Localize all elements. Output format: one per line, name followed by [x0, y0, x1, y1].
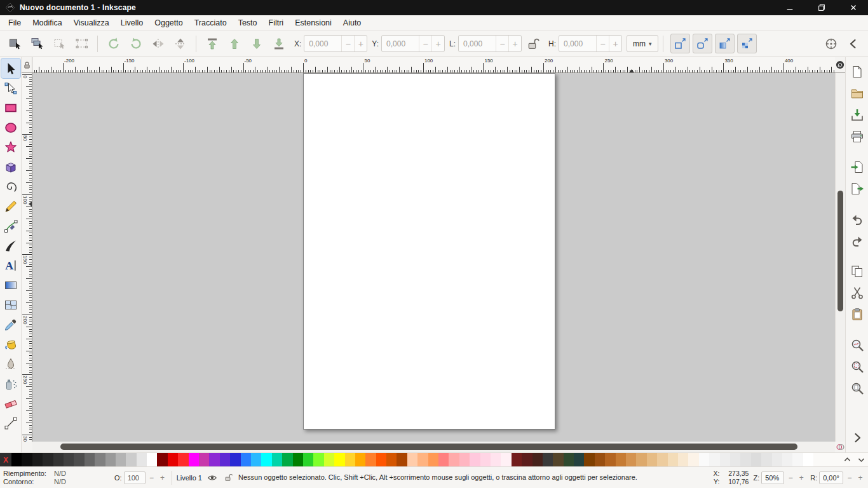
- palette-swatch[interactable]: [605, 453, 615, 466]
- palette-swatch[interactable]: [365, 453, 376, 466]
- y-field-value[interactable]: 0,000: [382, 36, 419, 51]
- palette-swatch[interactable]: [303, 453, 313, 466]
- commands-overflow-button[interactable]: [848, 429, 866, 447]
- rotate-cw-button[interactable]: [125, 34, 147, 54]
- folder-open-button[interactable]: [848, 85, 866, 102]
- flip-horizontal-button[interactable]: [147, 34, 169, 54]
- document-save-button[interactable]: [848, 106, 866, 124]
- palette-swatch[interactable]: [772, 453, 782, 466]
- palette-swatch[interactable]: [407, 453, 417, 466]
- palette-swatch[interactable]: [53, 453, 64, 466]
- palette-swatch[interactable]: [616, 453, 626, 466]
- palette-swatch[interactable]: [438, 453, 449, 466]
- y-increment-icon[interactable]: +: [431, 36, 444, 51]
- tool-ellipse[interactable]: [1, 118, 20, 137]
- palette-swatch[interactable]: [272, 453, 282, 466]
- close-button[interactable]: [848, 2, 859, 13]
- cut-button[interactable]: [848, 284, 866, 302]
- tool-star[interactable]: [1, 137, 20, 157]
- palette-swatch[interactable]: [512, 453, 522, 466]
- palette-swatch[interactable]: [116, 453, 126, 466]
- rotation-lock-button[interactable]: [835, 57, 845, 73]
- palette-swatch[interactable]: [522, 453, 532, 466]
- palette-swatch[interactable]: [157, 453, 167, 466]
- tool-bezier-pen[interactable]: [1, 216, 20, 236]
- palette-swatch[interactable]: [85, 453, 95, 466]
- snap-toggle[interactable]: [820, 34, 842, 54]
- document-print-button[interactable]: [848, 128, 866, 146]
- palette-swatch[interactable]: [74, 453, 84, 466]
- color-management-toggle[interactable]: [835, 442, 845, 452]
- palette-swatch[interactable]: [147, 453, 157, 466]
- palette-no-color[interactable]: X: [0, 453, 11, 466]
- paste-button[interactable]: [848, 306, 866, 323]
- palette-swatch[interactable]: [761, 453, 771, 466]
- lower-button[interactable]: [245, 34, 268, 54]
- palette-swatch[interactable]: [137, 453, 147, 466]
- deselect-button[interactable]: [48, 34, 71, 54]
- palette-swatch[interactable]: [261, 453, 271, 466]
- palette-swatch[interactable]: [688, 453, 698, 466]
- select-all-layers-button[interactable]: [26, 34, 48, 54]
- tool-rectangle[interactable]: [1, 98, 20, 118]
- palette-swatch[interactable]: [491, 453, 501, 466]
- palette-swatch[interactable]: [220, 453, 230, 466]
- menu-oggetto[interactable]: Oggetto: [149, 16, 188, 30]
- layer-visibility-eye-icon[interactable]: [207, 472, 218, 483]
- rotate-ccw-button[interactable]: [102, 34, 125, 54]
- duplicate-button[interactable]: [848, 262, 866, 280]
- export-button[interactable]: [848, 180, 866, 198]
- tool-text[interactable]: A: [1, 255, 20, 275]
- tool-spiral[interactable]: [1, 177, 20, 196]
- tool-pencil[interactable]: [1, 196, 20, 216]
- menu-visualizza[interactable]: Visualizza: [68, 16, 115, 30]
- lower-to-bottom-button[interactable]: [268, 34, 290, 54]
- zoom-drawing-button[interactable]: [848, 336, 866, 354]
- undo-button[interactable]: [848, 210, 866, 228]
- horizontal-ruler[interactable]: -200-150-100-50050100150200250300350400: [32, 57, 835, 73]
- palette-swatch[interactable]: [740, 453, 750, 466]
- move-patterns-button[interactable]: [737, 34, 757, 53]
- palette-swatch[interactable]: [636, 453, 646, 466]
- palette-swatch[interactable]: [324, 453, 334, 466]
- palette-swatch[interactable]: [32, 453, 43, 466]
- palette-swatch[interactable]: [11, 453, 22, 466]
- minimize-button[interactable]: [784, 2, 796, 13]
- tool-connector[interactable]: [1, 413, 20, 433]
- height-increment-icon[interactable]: +: [609, 36, 621, 51]
- palette-swatch[interactable]: [470, 453, 480, 466]
- palette-swatch[interactable]: [334, 453, 344, 466]
- width-decrement-icon[interactable]: −: [496, 36, 508, 51]
- layer-lock-icon[interactable]: [223, 472, 234, 483]
- x-decrement-icon[interactable]: −: [341, 36, 354, 51]
- height-decrement-icon[interactable]: −: [596, 36, 609, 51]
- zoom-page-button[interactable]: [848, 379, 866, 397]
- raise-button[interactable]: [223, 34, 245, 54]
- palette-swatch[interactable]: [532, 453, 543, 466]
- width-field-value[interactable]: 0,000: [459, 36, 496, 51]
- palette-swatch[interactable]: [355, 453, 365, 466]
- palette-swatch[interactable]: [574, 453, 584, 466]
- palette-swatch[interactable]: [293, 453, 303, 466]
- flip-vertical-button[interactable]: [169, 34, 191, 54]
- move-stroke-button[interactable]: [670, 34, 690, 53]
- palette-swatch[interactable]: [709, 453, 719, 466]
- ruler-lock-icon[interactable]: [22, 57, 32, 73]
- palette-swatch[interactable]: [168, 453, 178, 466]
- snapbar-collapse-button[interactable]: [842, 34, 864, 54]
- tool-eraser[interactable]: [1, 393, 20, 413]
- palette-swatch[interactable]: [345, 453, 355, 466]
- zoom-input[interactable]: 50%: [761, 471, 784, 484]
- palette-swatch[interactable]: [803, 453, 813, 466]
- raise-to-top-button[interactable]: [201, 34, 223, 54]
- tool-node-editor[interactable]: [1, 78, 20, 98]
- palette-swatch[interactable]: [178, 453, 188, 466]
- menu-aiuto[interactable]: Aiuto: [337, 16, 367, 30]
- tool-tweak[interactable]: [1, 354, 20, 374]
- palette-swatch[interactable]: [595, 453, 605, 466]
- tool-mesh-gradient[interactable]: [1, 295, 20, 315]
- palette-swatch[interactable]: [189, 453, 199, 466]
- width-increment-icon[interactable]: +: [508, 36, 521, 51]
- palette-swatch[interactable]: [720, 453, 730, 466]
- palette-swatch[interactable]: [459, 453, 470, 466]
